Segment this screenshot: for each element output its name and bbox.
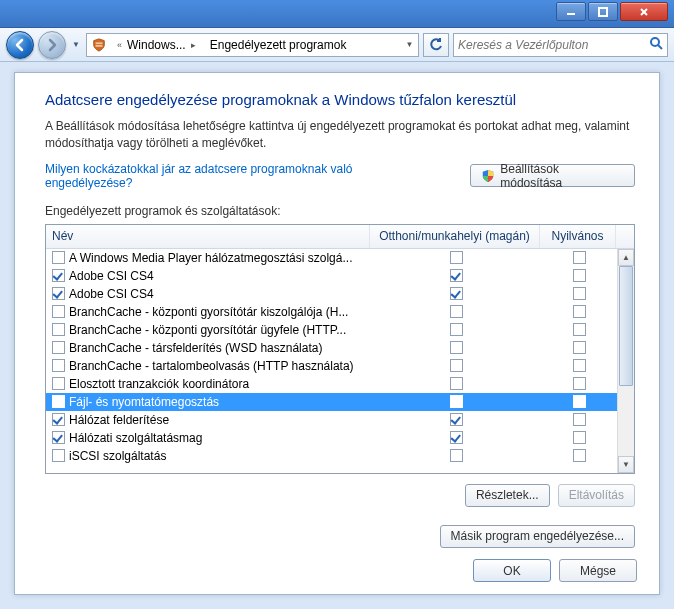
home-checkbox[interactable] (450, 413, 463, 426)
forward-button[interactable] (38, 31, 66, 59)
minimize-button[interactable] (556, 2, 586, 21)
refresh-button[interactable] (423, 33, 449, 57)
public-checkbox[interactable] (573, 287, 586, 300)
home-checkbox[interactable] (450, 341, 463, 354)
remove-button: Eltávolítás (558, 484, 635, 507)
firewall-icon (91, 37, 107, 53)
home-checkbox[interactable] (450, 323, 463, 336)
change-settings-label: Beállítások módosítása (500, 162, 624, 190)
search-input[interactable] (458, 35, 649, 55)
allowed-programs-list: Név Otthoni/munkahelyi (magán) Nyilvános… (45, 224, 635, 474)
home-checkbox[interactable] (450, 269, 463, 282)
svg-point-6 (651, 38, 659, 46)
public-checkbox[interactable] (573, 413, 586, 426)
list-row[interactable]: BranchCache - központi gyorsítótár kiszo… (46, 303, 617, 321)
row-name: BranchCache - központi gyorsítótár kiszo… (69, 305, 348, 319)
list-row[interactable]: BranchCache - tartalombeolvasás (HTTP ha… (46, 357, 617, 375)
allow-another-button[interactable]: Másik program engedélyezése... (440, 525, 635, 548)
public-checkbox[interactable] (573, 431, 586, 444)
row-name: Fájl- és nyomtatómegosztás (69, 395, 219, 409)
change-settings-button[interactable]: Beállítások módosítása (470, 164, 635, 187)
list-label: Engedélyezett programok és szolgáltatáso… (45, 204, 635, 218)
home-checkbox[interactable] (450, 431, 463, 444)
back-button[interactable] (6, 31, 34, 59)
breadcrumb-segment[interactable]: Engedélyezett programok (206, 34, 351, 56)
window-titlebar (0, 0, 674, 28)
list-row[interactable]: Adobe CSI CS4 (46, 285, 617, 303)
cancel-button[interactable]: Mégse (559, 559, 637, 582)
column-home[interactable]: Otthoni/munkahelyi (magán) (370, 225, 540, 248)
svg-rect-1 (599, 8, 607, 16)
home-checkbox[interactable] (450, 359, 463, 372)
details-button[interactable]: Részletek... (465, 484, 550, 507)
public-checkbox[interactable] (573, 449, 586, 462)
enable-checkbox[interactable] (52, 359, 65, 372)
enable-checkbox[interactable] (52, 449, 65, 462)
home-checkbox[interactable] (450, 305, 463, 318)
public-checkbox[interactable] (573, 269, 586, 282)
public-checkbox[interactable] (573, 359, 586, 372)
row-name: iSCSI szolgáltatás (69, 449, 166, 463)
enable-checkbox[interactable] (52, 269, 65, 282)
enable-checkbox[interactable] (52, 431, 65, 444)
navigation-bar: ▼ «Windows...▸ Engedélyezett programok ▼ (0, 28, 674, 62)
column-public[interactable]: Nyilvános (540, 225, 616, 248)
home-checkbox[interactable] (450, 395, 463, 408)
row-name: Elosztott tranzakciók koordinátora (69, 377, 249, 391)
close-button[interactable] (620, 2, 668, 21)
enable-checkbox[interactable] (52, 413, 65, 426)
risk-info-link[interactable]: Milyen kockázatokkal jár az adatcsere pr… (45, 162, 442, 190)
svg-rect-4 (96, 42, 103, 44)
page-title: Adatcsere engedélyezése programoknak a W… (45, 91, 635, 108)
row-name: Adobe CSI CS4 (69, 287, 154, 301)
list-row[interactable]: A Windows Media Player hálózatmegosztási… (46, 249, 617, 267)
enable-checkbox[interactable] (52, 377, 65, 390)
list-row[interactable]: iSCSI szolgáltatás (46, 447, 617, 465)
enable-checkbox[interactable] (52, 341, 65, 354)
scroll-down-button[interactable]: ▼ (618, 456, 634, 473)
ok-button[interactable]: OK (473, 559, 551, 582)
list-row[interactable]: BranchCache - központi gyorsítótár ügyfe… (46, 321, 617, 339)
list-row[interactable]: Hálózati szolgáltatásmag (46, 429, 617, 447)
row-name: Adobe CSI CS4 (69, 269, 154, 283)
list-row[interactable]: Fájl- és nyomtatómegosztás (46, 393, 617, 411)
public-checkbox[interactable] (573, 251, 586, 264)
scroll-thumb[interactable] (619, 266, 633, 386)
address-bar[interactable]: «Windows...▸ Engedélyezett programok ▼ (86, 33, 419, 57)
address-dropdown[interactable]: ▼ (400, 34, 418, 56)
maximize-button[interactable] (588, 2, 618, 21)
home-checkbox[interactable] (450, 377, 463, 390)
scroll-up-button[interactable]: ▲ (618, 249, 634, 266)
enable-checkbox[interactable] (52, 287, 65, 300)
row-name: A Windows Media Player hálózatmegosztási… (69, 251, 352, 265)
nav-history-dropdown[interactable]: ▼ (70, 31, 82, 59)
column-name[interactable]: Név (46, 225, 370, 248)
enable-checkbox[interactable] (52, 305, 65, 318)
public-checkbox[interactable] (573, 305, 586, 318)
enable-checkbox[interactable] (52, 395, 65, 408)
public-checkbox[interactable] (573, 341, 586, 354)
list-scrollbar[interactable]: ▲ ▼ (617, 249, 634, 473)
list-row[interactable]: Hálózat felderítése (46, 411, 617, 429)
svg-line-7 (658, 45, 662, 49)
list-row[interactable]: BranchCache - társfelderítés (WSD haszná… (46, 339, 617, 357)
home-checkbox[interactable] (450, 251, 463, 264)
list-row[interactable]: Adobe CSI CS4 (46, 267, 617, 285)
home-checkbox[interactable] (450, 449, 463, 462)
search-box[interactable] (453, 33, 668, 57)
row-name: BranchCache - központi gyorsítótár ügyfe… (69, 323, 346, 337)
search-icon[interactable] (649, 36, 663, 53)
column-scroll-spacer (616, 225, 634, 248)
list-row[interactable]: Elosztott tranzakciók koordinátora (46, 375, 617, 393)
row-name: Hálózati szolgáltatásmag (69, 431, 202, 445)
public-checkbox[interactable] (573, 377, 586, 390)
page-description: A Beállítások módosítása lehetőségre kat… (45, 118, 635, 152)
row-name: Hálózat felderítése (69, 413, 169, 427)
row-name: BranchCache - társfelderítés (WSD haszná… (69, 341, 322, 355)
home-checkbox[interactable] (450, 287, 463, 300)
enable-checkbox[interactable] (52, 251, 65, 264)
public-checkbox[interactable] (573, 323, 586, 336)
public-checkbox[interactable] (573, 395, 586, 408)
enable-checkbox[interactable] (52, 323, 65, 336)
breadcrumb-segment[interactable]: «Windows...▸ (111, 34, 202, 56)
